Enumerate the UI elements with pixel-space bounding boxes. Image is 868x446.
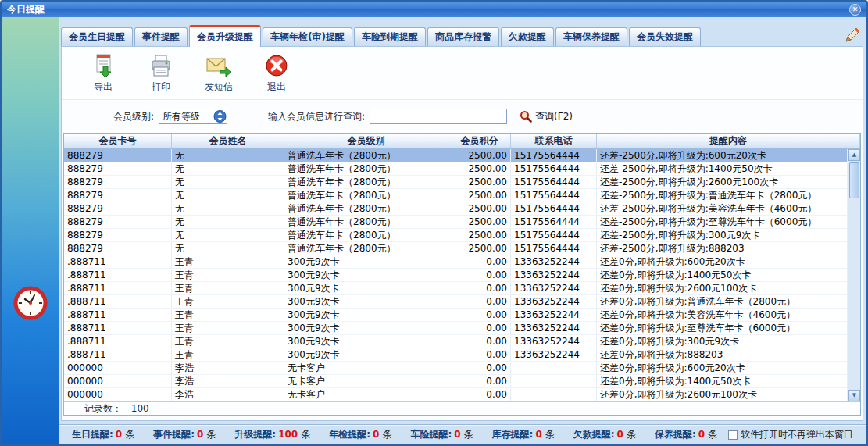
table-cell: 李浩 bbox=[172, 388, 284, 401]
table-row[interactable]: 888279无普通洗车年卡（2800元）2500.0015175564444还差… bbox=[64, 229, 848, 242]
tab-page: 导出 打印 发短信 bbox=[61, 46, 863, 421]
vertical-scrollbar[interactable]: ▲ ▼ bbox=[848, 149, 860, 401]
table-row[interactable]: 000000李浩无卡客户0.00还差0分,即将升级为:600元20次卡 bbox=[64, 362, 848, 375]
table-cell: 还差0分,即将升级为:至尊洗车年卡（6000元） bbox=[597, 322, 848, 334]
table-cell: 000000 bbox=[64, 388, 172, 401]
column-header[interactable]: 会员级别 bbox=[284, 134, 448, 148]
close-button[interactable]: ✕ bbox=[849, 4, 861, 16]
query-label: 输入会员信息进行查询: bbox=[268, 110, 365, 123]
table-cell: 李浩 bbox=[172, 362, 284, 374]
table-cell: 888279 bbox=[64, 176, 172, 188]
record-count-value: 100 bbox=[131, 403, 149, 414]
filter-row: 会员级别: 所有等级 输入会员信息进行查询: 查询(F2) bbox=[62, 100, 863, 133]
table-row[interactable]: 000000李浩无卡客户0.00还差0分,即将升级为:2600元100次卡 bbox=[64, 388, 848, 401]
member-level-select[interactable]: 所有等级 bbox=[159, 109, 227, 124]
table-cell: 还差-2500分,即将升级为:888203 bbox=[597, 242, 848, 255]
checkbox-icon[interactable] bbox=[728, 430, 738, 440]
tab-6[interactable]: 商品库存报警 bbox=[427, 27, 499, 46]
print-button[interactable]: 打印 bbox=[138, 52, 184, 94]
table-row[interactable]: .888711王青300元9次卡0.0013363252244还差0分,即将升级… bbox=[64, 322, 848, 335]
table-cell: 还差0分,即将升级为:2600元100次卡 bbox=[597, 282, 848, 294]
table-cell: 还差-2500分,即将升级为:美容洗车年卡（4600元） bbox=[597, 202, 848, 215]
table-row[interactable]: .888711王青300元9次卡0.0013363252244还差0分,即将升级… bbox=[64, 255, 848, 269]
table-cell: 无卡客户 bbox=[284, 388, 448, 401]
table-row[interactable]: 888279无普通洗车年卡（2800元）2500.0015175564444还差… bbox=[64, 176, 848, 189]
table-cell: 普通洗车年卡（2800元） bbox=[284, 189, 448, 202]
table-row[interactable]: 888279无普通洗车年卡（2800元）2500.0015175564444还差… bbox=[64, 216, 848, 229]
table-row[interactable]: 888279无普通洗车年卡（2800元）2500.0015175564444还差… bbox=[64, 149, 848, 162]
table-cell: 普通洗车年卡（2800元） bbox=[284, 162, 448, 175]
table-cell: 还差0分,即将升级为:1400元50次卡 bbox=[597, 269, 848, 281]
member-query-input[interactable] bbox=[370, 109, 507, 124]
table-row[interactable]: 888279无普通洗车年卡（2800元）2500.0015175564444还差… bbox=[64, 162, 848, 176]
table-row[interactable]: 888279无普通洗车年卡（2800元）2500.0015175564444还差… bbox=[64, 202, 848, 216]
table-cell: 300元9次卡 bbox=[284, 295, 448, 308]
table-cell: .888711 bbox=[64, 282, 172, 294]
table-cell: 0.00 bbox=[448, 255, 511, 268]
column-header[interactable]: 会员积分 bbox=[448, 134, 511, 148]
table-row[interactable]: .888711王青300元9次卡0.0013363252244还差0分,即将升级… bbox=[64, 295, 848, 309]
tab-3[interactable]: 会员升级提醒 bbox=[189, 25, 261, 47]
column-header[interactable]: 会员姓名 bbox=[172, 134, 284, 148]
table-cell: 无 bbox=[172, 229, 284, 241]
column-header[interactable]: 联系电话 bbox=[511, 134, 597, 148]
table-cell: 还差0分,即将升级为:600元20次卡 bbox=[597, 255, 848, 268]
combo-spin-icon[interactable] bbox=[213, 109, 227, 123]
table-row[interactable]: .888711王青300元9次卡0.0013363252244还差0分,即将升级… bbox=[64, 309, 848, 322]
table-cell: .888711 bbox=[64, 335, 172, 348]
send-sms-button[interactable]: 发短信 bbox=[196, 52, 241, 94]
column-header[interactable]: 会员卡号 bbox=[64, 134, 172, 148]
table-cell: 13363252244 bbox=[511, 255, 597, 268]
table-row[interactable]: .888711王青300元9次卡0.0013363252244还差0分,即将升级… bbox=[64, 269, 848, 282]
pen-icon[interactable] bbox=[843, 26, 862, 45]
table-row[interactable]: .888711王青300元9次卡0.0013363252244还差0分,即将升级… bbox=[64, 335, 848, 348]
table-cell: .888711 bbox=[64, 269, 172, 281]
sms-icon bbox=[205, 52, 232, 79]
tab-8[interactable]: 车辆保养提醒 bbox=[555, 27, 627, 46]
table-cell: 王青 bbox=[172, 295, 284, 308]
table-cell: 15175564444 bbox=[511, 202, 597, 215]
table-cell: 还差0分,即将升级为:1400元50次卡 bbox=[597, 375, 848, 387]
table-row[interactable]: 000000李浩无卡客户0.00还差0分,即将升级为:1400元50次卡 bbox=[64, 375, 848, 388]
tab-1[interactable]: 会员生日提醒 bbox=[61, 27, 133, 46]
table-cell: 13363252244 bbox=[511, 348, 597, 361]
status-item: 生日提醒:0条 bbox=[72, 428, 134, 441]
table-row[interactable]: 888279无普通洗车年卡（2800元）2500.0015175564444还差… bbox=[64, 189, 848, 202]
scroll-thumb[interactable] bbox=[849, 162, 859, 198]
table-cell: .888711 bbox=[64, 348, 172, 361]
table-row[interactable]: 888279无普通洗车年卡（2800元）2500.0015175564444还差… bbox=[64, 242, 848, 255]
table-cell bbox=[511, 375, 597, 387]
popup-disable-option[interactable]: 软件打开时不再弹出本窗口 bbox=[728, 428, 853, 441]
table-cell: 13363252244 bbox=[511, 309, 597, 321]
table-cell: 888279 bbox=[64, 149, 172, 162]
status-item: 升级提醒:100条 bbox=[234, 428, 310, 441]
tab-4[interactable]: 车辆年检(审)提醒 bbox=[263, 27, 352, 46]
table-cell: 王青 bbox=[172, 255, 284, 268]
table-cell: 300元9次卡 bbox=[284, 255, 448, 268]
scroll-down-button[interactable]: ▼ bbox=[848, 390, 860, 401]
tab-7[interactable]: 欠款提醒 bbox=[501, 27, 554, 46]
table-cell: 300元9次卡 bbox=[284, 269, 448, 281]
tab-5[interactable]: 车险到期提醒 bbox=[354, 27, 426, 46]
table-row[interactable]: .888711王青300元9次卡0.0013363252244还差0分,即将升级… bbox=[64, 282, 848, 295]
scroll-up-button[interactable]: ▲ bbox=[848, 149, 860, 161]
tab-9[interactable]: 会员失效提醒 bbox=[629, 27, 701, 46]
table-cell: .888711 bbox=[64, 309, 172, 321]
column-header[interactable]: 提醒内容 bbox=[597, 134, 860, 148]
table-cell: 0.00 bbox=[448, 322, 511, 334]
table-cell: 2500.00 bbox=[448, 202, 511, 215]
table-cell: 无 bbox=[172, 216, 284, 228]
print-label: 打印 bbox=[152, 80, 170, 94]
tab-2[interactable]: 事件提醒 bbox=[134, 27, 188, 46]
table-cell: .888711 bbox=[64, 295, 172, 308]
table-cell: 2500.00 bbox=[448, 189, 511, 202]
exit-button[interactable]: 退出 bbox=[254, 52, 299, 94]
table-row[interactable]: .888711王青300元9次卡0.0013363252244还差0分,即将升级… bbox=[64, 348, 848, 362]
status-bar: 生日提醒:0条事件提醒:0条升级提醒:100条年检提醒:0条车险提醒:0条库存提… bbox=[59, 424, 866, 444]
table-cell: 13363252244 bbox=[511, 269, 597, 281]
table-cell: 0.00 bbox=[448, 295, 511, 308]
export-button[interactable]: 导出 bbox=[80, 52, 126, 94]
search-button[interactable]: 查询(F2) bbox=[520, 110, 573, 123]
table-cell: 300元9次卡 bbox=[284, 335, 448, 348]
title-bar[interactable]: 今日提醒 ✕ bbox=[2, 2, 866, 17]
